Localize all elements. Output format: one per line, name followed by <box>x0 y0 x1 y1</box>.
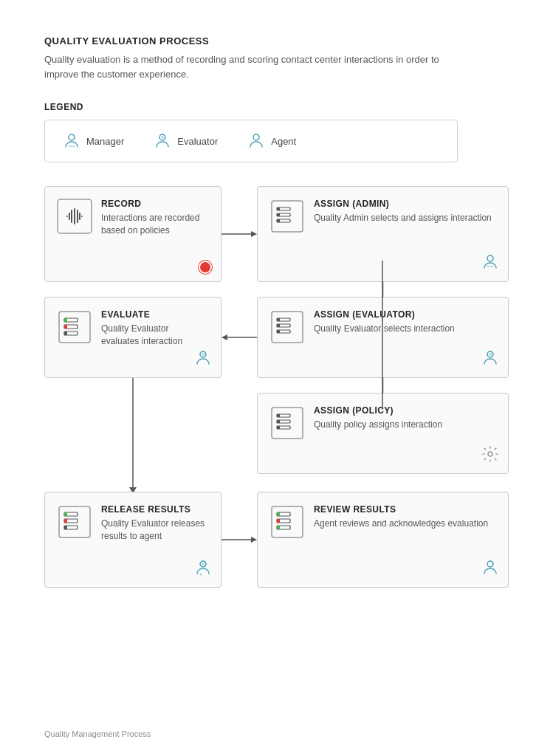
mid-spacer-1 <box>221 282 257 297</box>
svg-marker-68 <box>251 537 257 543</box>
assign-evaluator-card-wrapper: ASSIGN (EVALUATOR) Quality Evaluator sel… <box>257 297 509 378</box>
evaluate-role-icon <box>194 349 212 370</box>
row-4: RELEASE RESULTS Quality Evaluator releas… <box>44 492 509 588</box>
svg-rect-62 <box>64 512 67 516</box>
svg-rect-23 <box>487 266 494 267</box>
assign-policy-icon <box>269 405 305 441</box>
svg-marker-35 <box>221 334 227 340</box>
mid-spacer-2 <box>221 378 257 393</box>
svg-point-33 <box>202 353 205 356</box>
right-connector-2 <box>257 378 509 393</box>
svg-rect-42 <box>277 330 280 333</box>
page-container: QUALITY EVALUATION PROCESS Quality evalu… <box>0 0 553 617</box>
svg-rect-53 <box>277 420 280 423</box>
legend-agent: Agent <box>247 132 296 150</box>
svg-rect-73 <box>277 512 280 516</box>
arrow-release-to-review <box>221 492 257 588</box>
review-results-card: REVIEW RESULTS Agent reviews and acknowl… <box>257 492 509 588</box>
assign-policy-desc: Quality policy assigns interaction <box>314 419 496 431</box>
svg-rect-29 <box>64 318 67 322</box>
footer-text: Quality Management Process <box>44 729 151 738</box>
assign-admin-title: ASSIGN (ADMIN) <box>314 199 496 209</box>
connector-row-1 <box>44 282 509 297</box>
svg-marker-14 <box>251 231 257 237</box>
release-results-icon <box>57 504 92 540</box>
manager-legend-icon <box>63 132 80 150</box>
svg-point-55 <box>488 452 492 456</box>
record-card-wrapper: RECORD Interactions are recorded based o… <box>44 186 221 282</box>
record-card: RECORD Interactions are recorded based o… <box>44 186 221 282</box>
svg-rect-54 <box>277 426 280 429</box>
svg-point-4 <box>253 134 259 140</box>
review-results-role-icon <box>481 559 499 580</box>
svg-rect-25 <box>59 312 90 343</box>
page-description: Quality evaluation is a method of record… <box>44 52 458 81</box>
svg-rect-74 <box>277 519 280 523</box>
assign-admin-desc: Quality Admin selects and assigns intera… <box>314 212 496 224</box>
review-results-title: REVIEW RESULTS <box>314 504 496 515</box>
evaluate-card: EVALUATE Quality Evaluator evaluates int… <box>44 297 221 378</box>
right-spacer-3 <box>257 474 509 492</box>
evaluator-label: Evaluator <box>177 136 218 147</box>
svg-rect-75 <box>277 526 280 529</box>
arrow-assign-evaluator-to-evaluate <box>221 297 257 378</box>
legend-manager: Manager <box>63 132 124 150</box>
evaluate-desc: Quality Evaluator evaluates interaction <box>101 323 209 348</box>
evaluate-icon <box>57 309 92 345</box>
review-results-card-wrapper: REVIEW RESULTS Agent reviews and acknowl… <box>257 492 509 588</box>
evaluator-legend-icon <box>154 132 171 150</box>
manager-label: Manager <box>86 136 124 147</box>
svg-rect-20 <box>277 213 280 216</box>
svg-point-76 <box>487 561 493 567</box>
legend-box: Manager Evaluator Agent <box>44 120 458 162</box>
release-results-card: RELEASE RESULTS Quality Evaluator releas… <box>44 492 221 588</box>
assign-policy-gear-icon <box>481 445 499 466</box>
review-results-desc: Agent reviews and acknowledges evaluatio… <box>314 518 496 530</box>
svg-rect-1 <box>68 145 75 147</box>
assign-evaluator-icon <box>269 309 305 345</box>
release-results-role-icon <box>194 559 212 580</box>
left-spacer-1 <box>44 282 221 297</box>
assign-evaluator-desc: Quality Evaluator selects interaction <box>314 323 496 335</box>
assign-evaluator-title: ASSIGN (EVALUATOR) <box>314 309 496 320</box>
assign-admin-icon <box>269 199 305 234</box>
evaluate-title: EVALUATE <box>101 309 209 320</box>
assign-admin-role-icon <box>481 253 499 274</box>
record-red-dot <box>200 262 210 272</box>
record-desc: Interactions are recorded based on polic… <box>101 212 209 238</box>
svg-rect-19 <box>277 207 280 210</box>
mid-spacer-3 <box>221 393 257 474</box>
svg-rect-40 <box>277 318 280 321</box>
left-spacer-3 <box>44 393 221 474</box>
page-title: QUALITY EVALUATION PROCESS <box>44 35 509 47</box>
svg-rect-58 <box>59 506 90 537</box>
assign-evaluator-card: ASSIGN (EVALUATOR) Quality Evaluator sel… <box>257 297 509 378</box>
assign-policy-title: ASSIGN (POLICY) <box>314 405 496 416</box>
legend-label: LEGEND <box>44 102 509 112</box>
record-icon <box>57 199 92 234</box>
svg-point-3 <box>161 136 164 139</box>
svg-point-66 <box>202 563 205 566</box>
legend-evaluator: Evaluator <box>154 132 218 150</box>
svg-point-44 <box>489 353 492 356</box>
svg-rect-21 <box>277 219 280 222</box>
svg-rect-64 <box>64 526 67 529</box>
assign-policy-card-wrapper: ASSIGN (POLICY) Quality policy assigns i… <box>257 393 509 474</box>
svg-point-22 <box>487 255 493 261</box>
review-results-icon <box>269 504 305 540</box>
release-results-title: RELEASE RESULTS <box>101 504 209 515</box>
connector-row-2 <box>44 378 509 393</box>
row-2: EVALUATE Quality Evaluator evaluates int… <box>44 297 509 378</box>
svg-rect-41 <box>277 324 280 327</box>
record-title: RECORD <box>101 199 209 209</box>
right-connector-1 <box>257 282 509 297</box>
svg-rect-30 <box>64 325 67 329</box>
assign-policy-card: ASSIGN (POLICY) Quality policy assigns i… <box>257 393 509 474</box>
release-results-card-wrapper: RELEASE RESULTS Quality Evaluator releas… <box>44 492 221 588</box>
row-3: ASSIGN (POLICY) Quality policy assigns i… <box>44 393 509 474</box>
flow-diagram: RECORD Interactions are recorded based o… <box>44 186 509 588</box>
connector-row-3 <box>44 474 509 492</box>
left-connector-2 <box>44 378 221 393</box>
svg-rect-52 <box>277 414 280 417</box>
agent-label: Agent <box>271 136 296 147</box>
